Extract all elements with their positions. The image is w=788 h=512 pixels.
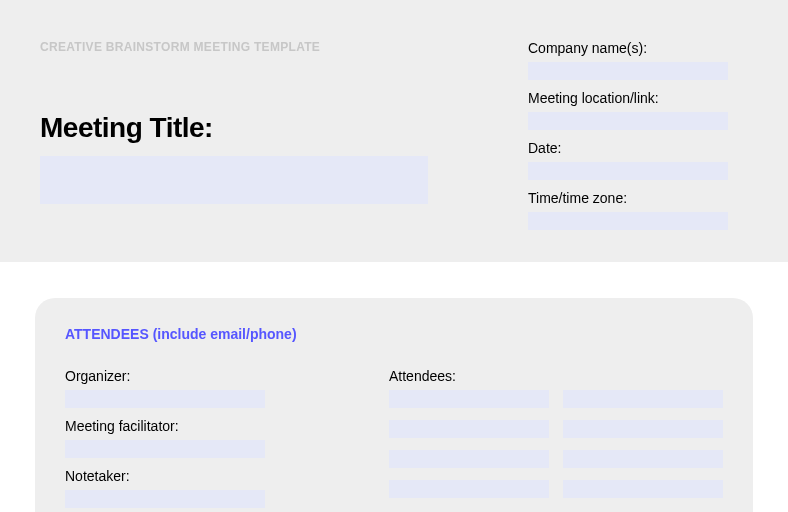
attendee-input[interactable]: [389, 480, 549, 498]
attendee-grid: [389, 390, 723, 498]
time-input[interactable]: [528, 212, 728, 230]
header-section: CREATIVE BRAINSTORM MEETING TEMPLATE Mee…: [0, 0, 788, 262]
location-row: Meeting location/link:: [528, 90, 748, 130]
location-input[interactable]: [528, 112, 728, 130]
body-section: ATTENDEES (include email/phone) Organize…: [0, 262, 788, 512]
attendee-input[interactable]: [389, 450, 549, 468]
date-label: Date:: [528, 140, 748, 156]
date-row: Date:: [528, 140, 748, 180]
attendees-list-column: Attendees:: [389, 368, 723, 512]
company-row: Company name(s):: [528, 40, 748, 80]
organizer-label: Organizer:: [65, 368, 389, 384]
attendees-body: Organizer: Meeting facilitator: Notetake…: [65, 368, 723, 512]
notetaker-input[interactable]: [65, 490, 265, 508]
facilitator-label: Meeting facilitator:: [65, 418, 389, 434]
attendee-input[interactable]: [563, 420, 723, 438]
attendee-input[interactable]: [563, 450, 723, 468]
attendees-section-header: ATTENDEES (include email/phone): [65, 326, 723, 342]
notetaker-label: Notetaker:: [65, 468, 389, 484]
attendee-input[interactable]: [563, 480, 723, 498]
meeting-title-input[interactable]: [40, 156, 428, 204]
template-label: CREATIVE BRAINSTORM MEETING TEMPLATE: [40, 40, 470, 54]
facilitator-input[interactable]: [65, 440, 265, 458]
header-left-column: CREATIVE BRAINSTORM MEETING TEMPLATE Mee…: [40, 40, 470, 204]
attendee-input[interactable]: [563, 390, 723, 408]
time-row: Time/time zone:: [528, 190, 748, 230]
header-right-column: Company name(s): Meeting location/link: …: [528, 40, 748, 240]
attendees-card: ATTENDEES (include email/phone) Organize…: [35, 298, 753, 512]
attendee-input[interactable]: [389, 420, 549, 438]
company-label: Company name(s):: [528, 40, 748, 56]
attendee-input[interactable]: [389, 390, 549, 408]
organizer-input[interactable]: [65, 390, 265, 408]
date-input[interactable]: [528, 162, 728, 180]
time-label: Time/time zone:: [528, 190, 748, 206]
meeting-title-label: Meeting Title:: [40, 112, 470, 144]
attendees-list-label: Attendees:: [389, 368, 723, 384]
location-label: Meeting location/link:: [528, 90, 748, 106]
company-input[interactable]: [528, 62, 728, 80]
attendees-roles-column: Organizer: Meeting facilitator: Notetake…: [65, 368, 389, 512]
